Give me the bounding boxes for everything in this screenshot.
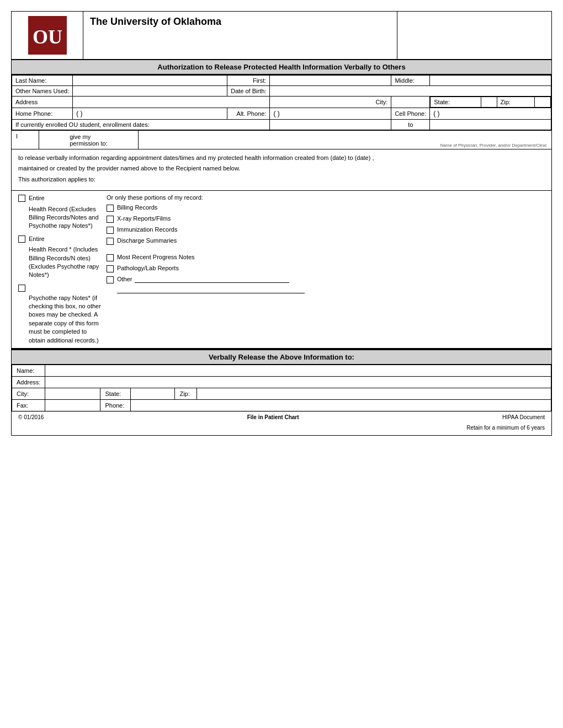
most-recent-row: Most Recent Progress Notes — [107, 254, 545, 261]
release-zip-input[interactable] — [197, 388, 551, 400]
release-title: Verbally Release the Above Information t… — [209, 353, 354, 361]
alt-phone-input[interactable]: ( ) — [270, 108, 391, 120]
release-table: Name: Address: City: State: Zip: Fax: Ph… — [12, 365, 551, 411]
dob-input[interactable] — [270, 86, 551, 97]
address-input[interactable] — [73, 97, 270, 108]
permission-row: I give my permission to: Name of Physici… — [12, 130, 551, 149]
dob-label: Date of Birth: — [227, 86, 270, 97]
entire-excl-row: Entire — [18, 194, 101, 202]
university-name: The University of Oklahoma — [90, 16, 390, 28]
checkbox-billing[interactable] — [107, 205, 114, 212]
last-name-input[interactable] — [73, 76, 227, 86]
header-title-cell: The University of Oklahoma — [83, 12, 397, 59]
provider-input[interactable] — [143, 132, 547, 143]
provider-label: Name of Physician, Provider, and/or Depa… — [143, 143, 547, 148]
release-name-input[interactable] — [45, 365, 551, 377]
logo-cell: OU — [12, 12, 83, 59]
left-checkboxes: Entire Health Record (Excludes Billing R… — [18, 194, 107, 345]
checkbox-most-recent[interactable] — [107, 254, 114, 261]
immunization-row: Immunization Records — [107, 226, 545, 234]
checkbox-psychotherapy[interactable] — [18, 285, 25, 292]
address-label: Address — [12, 97, 73, 108]
home-phone-input[interactable]: ( ) — [73, 108, 227, 120]
xray-label: X-ray Reports/Films — [117, 215, 171, 222]
entire-incl-row: Entire — [18, 235, 101, 243]
checkbox-other[interactable] — [107, 276, 114, 283]
release-state-input[interactable] — [131, 388, 175, 400]
checkbox-immunization[interactable] — [107, 227, 114, 234]
auth-line2: maintained or created by the provider na… — [18, 164, 545, 173]
footer-center: File in Patient Chart — [247, 414, 299, 420]
footer-retain: Retain for a minimum of 6 years — [12, 422, 551, 435]
auth-line1: to release verbally information regardin… — [18, 154, 545, 162]
pathology-row: Pathology/Lab Reports — [107, 265, 545, 272]
first-name-input[interactable] — [270, 76, 391, 86]
billing-row: Billing Records — [107, 204, 545, 212]
alt-phone-label: Alt. Phone: — [227, 108, 270, 120]
first-label: First: — [227, 76, 270, 86]
most-recent-label: Most Recent Progress Notes — [117, 254, 195, 260]
footer: © 01/2016 File in Patient Chart HIPAA Do… — [12, 411, 551, 422]
cell-phone-label: Cell Phone: — [391, 108, 430, 120]
checkbox-pathology[interactable] — [107, 265, 114, 272]
svg-text:OU: OU — [33, 26, 62, 48]
other-label: Other — [117, 276, 289, 283]
enrollment-end-input[interactable] — [430, 120, 551, 130]
give-permission-cell[interactable]: give my permission to: — [39, 131, 139, 149]
middle-label: Middle: — [391, 76, 430, 86]
psychotherapy-row — [18, 284, 101, 292]
checkbox-xray[interactable] — [107, 216, 114, 223]
checkbox-entire-incl[interactable] — [18, 235, 25, 243]
provider-cell[interactable]: Name of Physician, Provider, and/or Depa… — [139, 131, 551, 149]
cell-phone-parens: ( ) — [433, 110, 439, 117]
header-right-cell — [397, 12, 551, 59]
release-address-label: Address: — [12, 377, 45, 388]
other-line2[interactable] — [117, 286, 305, 293]
health-record-incl-label: Health Record * (Includes Billing Record… — [29, 245, 101, 280]
enrollment-label-text: If currently enrolled OU student, enroll… — [15, 121, 150, 128]
release-zip-label: Zip: — [175, 388, 197, 400]
entire-incl-label: Entire — [29, 235, 45, 243]
footer-copyright: © 01/2016 — [18, 414, 44, 420]
zip-label: Zip: — [497, 97, 535, 108]
other-names-label: Other Names Used: — [12, 86, 73, 97]
permission-i: I — [12, 131, 39, 149]
release-address-input[interactable] — [45, 377, 551, 388]
other-names-input[interactable] — [73, 86, 227, 97]
release-state-label: State: — [100, 388, 131, 400]
release-title-bar: Verbally Release the Above Information t… — [12, 350, 551, 365]
release-phone-label: Phone: — [100, 400, 131, 411]
release-section: Verbally Release the Above Information t… — [12, 349, 551, 411]
home-phone-parens: ( ) — [76, 110, 82, 117]
entire-label: Entire — [29, 194, 45, 202]
checkbox-section: Entire Health Record (Excludes Billing R… — [12, 191, 551, 349]
zip-input[interactable] — [535, 97, 551, 108]
applies-to-row: Entire Health Record (Excludes Billing R… — [18, 194, 545, 345]
alt-phone-parens: ( ) — [273, 110, 279, 117]
release-fax-input[interactable] — [45, 400, 100, 411]
enrollment-label: If currently enrolled OU student, enroll… — [12, 120, 270, 130]
cell-phone-input[interactable]: ( ) — [430, 108, 551, 120]
psychotherapy-label: Psychothe rapy Notes* (if checking this … — [29, 294, 101, 345]
city-input[interactable] — [391, 97, 430, 108]
release-name-label: Name: — [12, 365, 45, 377]
checkbox-discharge[interactable] — [107, 238, 114, 245]
home-phone-label: Home Phone: — [12, 108, 73, 120]
release-phone-input[interactable] — [131, 400, 551, 411]
last-name-label: Last Name: — [12, 76, 73, 86]
form-title-bar: Authorization to Release Protected Healt… — [12, 60, 551, 75]
or-only-label: Or only these portions of my record: — [107, 194, 545, 201]
xray-row: X-ray Reports/Films — [107, 215, 545, 223]
i-label: I — [16, 133, 18, 140]
release-fax-label: Fax: — [12, 400, 45, 411]
health-record-excl-label: Health Record (Excludes Billing Records/… — [29, 205, 101, 231]
state-label: State: — [431, 97, 481, 108]
auth-body: to release verbally information regardin… — [12, 149, 551, 191]
state-input[interactable] — [481, 97, 497, 108]
release-city-input[interactable] — [45, 388, 100, 400]
middle-name-input[interactable] — [430, 76, 551, 86]
give-my-text: give my permission to: — [70, 133, 107, 147]
enrollment-start-input[interactable] — [270, 120, 391, 130]
form-title: Authorization to Release Protected Healt… — [157, 63, 405, 71]
checkbox-entire-excl[interactable] — [18, 195, 25, 202]
